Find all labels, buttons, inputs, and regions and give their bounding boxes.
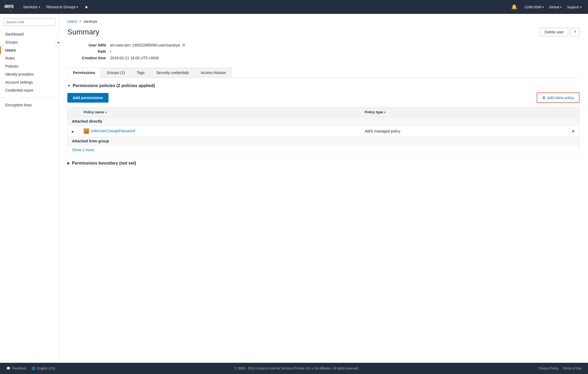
terms-of-use-link[interactable]: Terms of Use <box>563 367 582 370</box>
resource-groups-chevron-icon: ▾ <box>77 6 78 9</box>
arn-value: arn:aws:iam::185022885090:user/saranya ⧉ <box>110 43 185 47</box>
col-policy-name[interactable]: Policy name ▾ <box>79 107 361 117</box>
sidebar-collapse-button[interactable]: ◀ <box>56 38 60 46</box>
group-header-attached-directly: Attached directly <box>68 117 579 126</box>
footer-language[interactable]: 🌐 English (US) <box>32 367 55 370</box>
footer-copyright: © 2008 - 2019, Amazon Internet Services … <box>55 367 539 370</box>
search-container <box>3 18 55 26</box>
region-menu[interactable]: Global ▾ <box>547 5 564 9</box>
row-expand-cell[interactable]: ▶ <box>68 126 80 137</box>
policy-type-icon: 📦 <box>84 128 89 134</box>
show-more-row: Show 1 more <box>68 146 579 154</box>
region-chevron-icon: ▾ <box>560 6 562 9</box>
globe-icon: 🌐 <box>32 367 36 370</box>
sidebar-nav: Dashboard Groups Users Roles Policies Id… <box>0 30 59 109</box>
tab-permissions[interactable]: Permissions <box>67 68 101 78</box>
creation-value: 2019-02-21 16:05 UTC+0530 <box>110 56 159 60</box>
breadcrumb-current: saranya <box>84 19 97 24</box>
page-header: Summary Delete user ? <box>67 28 579 36</box>
creation-time-row: Creation time 2019-02-21 16:05 UTC+0530 <box>67 55 579 61</box>
path-value: / <box>110 49 111 54</box>
sidebar-item-credential-report[interactable]: Credential report <box>0 86 59 94</box>
nav-resource-groups[interactable]: Resource Groups ▾ <box>43 0 82 14</box>
sidebar: Dashboard Groups Users Roles Policies Id… <box>0 14 59 363</box>
sidebar-item-dashboard[interactable]: Dashboard <box>0 30 59 38</box>
tab-security-credentials[interactable]: Security credentials <box>151 68 195 77</box>
sidebar-item-policies[interactable]: Policies <box>0 62 59 70</box>
sidebar-item-identity-providers[interactable]: Identity providers <box>0 70 59 78</box>
policy-remove-cell[interactable]: ✕ <box>567 126 579 137</box>
col-expand <box>68 107 80 117</box>
policies-table: Policy name ▾ Policy type ▾ <box>67 107 579 154</box>
tab-groups[interactable]: Groups (1) <box>101 68 130 77</box>
footer: 💬 Feedback 🌐 English (US) © 2008 - 2019,… <box>0 363 588 374</box>
nav-starred[interactable]: ★ <box>81 0 91 14</box>
breadcrumb: Users > saranya <box>67 19 579 24</box>
group-header-attached-from-group: Attached from group <box>68 137 579 146</box>
aws-logo[interactable]: aws ⁀⎯⎯⁀ <box>4 3 14 11</box>
permissions-policies-section: ▼ Permissions policies (2 policies appli… <box>67 83 579 154</box>
boundary-section-chevron-icon: ▶ <box>67 161 70 165</box>
header-actions: Delete user ? <box>540 28 579 36</box>
tab-access-advisor[interactable]: Access Advisor <box>195 68 232 77</box>
policy-name-cell: 📦 IAMUserChangePassword <box>79 126 361 137</box>
page-title: Summary <box>67 28 99 36</box>
boundary-section-header[interactable]: ▶ Permissions boundary (not set) <box>67 161 579 166</box>
account-chevron-icon: ▾ <box>543 6 544 9</box>
sidebar-item-account-settings[interactable]: Account settings <box>0 78 59 86</box>
footer-right: Privacy Policy Terms of Use <box>539 367 582 370</box>
copy-arn-icon[interactable]: ⧉ <box>182 43 185 47</box>
policy-type-sort-icon: ▾ <box>384 111 385 114</box>
tab-tags[interactable]: Tags <box>131 68 150 77</box>
arn-label: User ARN <box>67 43 110 47</box>
col-policy-type[interactable]: Policy type ▾ <box>361 107 567 117</box>
permissions-section-chevron-icon: ▼ <box>67 84 71 88</box>
sidebar-item-encryption-keys[interactable]: Encryption keys <box>0 101 59 109</box>
services-chevron-icon: ▾ <box>39 6 40 9</box>
col-actions <box>567 107 579 117</box>
policy-type-cell: AWS managed policy <box>361 126 567 137</box>
privacy-policy-link[interactable]: Privacy Policy <box>539 367 559 370</box>
nav-services[interactable]: Services ▾ <box>20 0 43 14</box>
star-icon: ★ <box>84 5 88 10</box>
permissions-boundary-section: ▶ Permissions boundary (not set) <box>67 161 579 166</box>
support-menu[interactable]: Support ▾ <box>565 5 584 9</box>
sidebar-item-groups[interactable]: Groups <box>0 38 59 46</box>
add-inline-policy-button[interactable]: ⊕ Add inline policy <box>537 92 579 103</box>
permissions-actions: Add permissions ⊕ Add inline policy <box>67 92 579 103</box>
footer-left: 💬 Feedback 🌐 English (US) <box>6 367 55 370</box>
main-content: Users > saranya Summary Delete user ? Us… <box>59 14 588 363</box>
plus-icon: ⊕ <box>542 95 546 100</box>
sidebar-item-users[interactable]: Users <box>0 46 59 54</box>
policy-name-link[interactable]: IAMUserChangePassword <box>91 129 135 133</box>
user-info-table: User ARN arn:aws:iam::185022885090:user/… <box>67 42 579 61</box>
support-chevron-icon: ▾ <box>580 6 582 9</box>
breadcrumb-users-link[interactable]: Users <box>67 19 77 24</box>
creation-label: Creation time <box>67 56 110 60</box>
table-row: ▶ 📦 IAMUserChangePassword AWS managed po… <box>68 126 579 137</box>
search-input[interactable] <box>3 18 55 26</box>
feedback-icon: 💬 <box>6 367 10 370</box>
policy-name-sort-icon: ▾ <box>105 111 106 114</box>
tabs: Permissions Groups (1) Tags Security cre… <box>67 68 579 78</box>
show-more-link[interactable]: Show 1 more <box>68 146 579 154</box>
permissions-section-header[interactable]: ▼ Permissions policies (2 policies appli… <box>67 83 579 88</box>
add-permissions-button[interactable]: Add permissions <box>67 93 109 103</box>
path-row: Path / <box>67 48 579 55</box>
delete-user-button[interactable]: Delete user <box>540 28 568 36</box>
breadcrumb-separator: > <box>79 19 82 24</box>
notifications-bell-icon[interactable]: 🔔 <box>508 4 520 10</box>
account-menu[interactable]: -2288-5090 ▾ <box>521 5 546 9</box>
row-expand-icon: ▶ <box>72 130 74 133</box>
help-button[interactable]: ? <box>570 28 579 36</box>
footer-feedback[interactable]: 💬 Feedback <box>6 367 26 370</box>
remove-policy-icon[interactable]: ✕ <box>571 129 575 134</box>
sidebar-item-roles[interactable]: Roles <box>0 54 59 62</box>
top-navigation: aws ⁀⎯⎯⁀ Services ▾ Resource Groups ▾ ★ … <box>0 0 588 14</box>
path-label: Path <box>67 49 110 54</box>
user-arn-row: User ARN arn:aws:iam::185022885090:user/… <box>67 42 579 48</box>
